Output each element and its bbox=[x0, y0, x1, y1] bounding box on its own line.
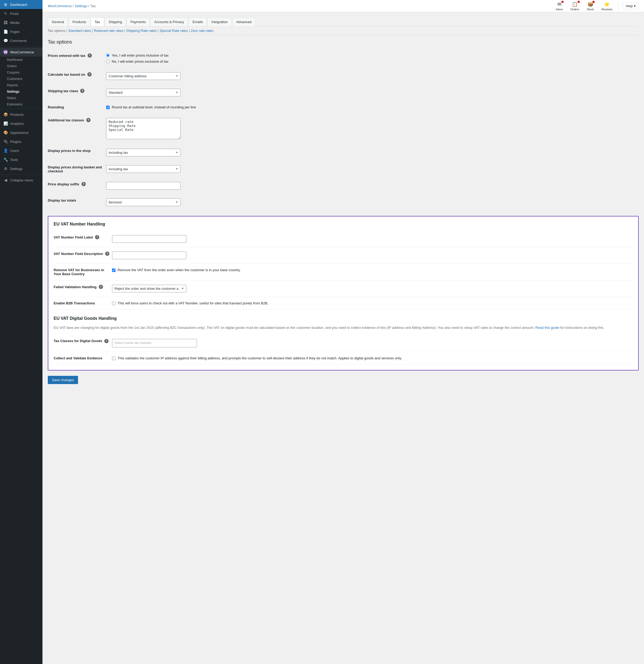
additional-tax-textarea[interactable]: Reduced rate Shipping Rate Special Rate bbox=[106, 118, 180, 139]
sidebar-item-settings[interactable]: ⚙ Settings bbox=[0, 164, 42, 173]
rounding-row: Rounding Round tax at subtotal level, in… bbox=[48, 101, 639, 114]
prices-inclusive-input[interactable] bbox=[106, 54, 110, 57]
display-prices-shop-label: Display prices in the shop bbox=[48, 149, 90, 153]
sidebar-sub-woo-status[interactable]: Status bbox=[0, 95, 42, 101]
tax-classes-digital-row: Tax Classes for Digital Goods ? Select s… bbox=[53, 335, 633, 352]
calculate-tax-label: Calculate tax based on bbox=[48, 72, 85, 77]
sidebar-item-plugins[interactable]: 🔌 Plugins bbox=[0, 137, 42, 146]
sidebar-item-dashboard[interactable]: ⊞ Dashboard bbox=[0, 0, 42, 9]
sidebar-sub-woo-reports[interactable]: Reports bbox=[0, 82, 42, 88]
collapse-icon: ◀ bbox=[3, 178, 8, 183]
read-guide-link[interactable]: Read this guide bbox=[535, 326, 559, 330]
display-tax-totals-select[interactable]: ItemizedAs a single total bbox=[106, 199, 180, 206]
calculate-tax-select[interactable]: Customer billing addressCustomer shippin… bbox=[106, 72, 180, 80]
sidebar-collapse-menu[interactable]: ◀ Collapse menu bbox=[0, 175, 42, 185]
tab-advanced[interactable]: Advanced bbox=[232, 18, 256, 26]
enable-b2b-checkbox-label[interactable]: This will force users to check out with … bbox=[112, 301, 633, 305]
vat-field-description-help[interactable]: ? bbox=[105, 251, 109, 256]
tab-payments[interactable]: Payments bbox=[126, 18, 150, 26]
prices-exclusive-radio[interactable]: No, I will enter prices exclusive of tax bbox=[106, 60, 639, 63]
vat-field-description-text: VAT Number Field Description bbox=[53, 252, 103, 256]
breadcrumb: WooCommerce / Settings / Tax bbox=[48, 4, 96, 8]
shipping-tax-help[interactable]: ? bbox=[80, 89, 84, 93]
collect-validate-row: Collect and Validate Evidence This valid… bbox=[53, 352, 633, 365]
additional-tax-label: Additional tax classes bbox=[48, 118, 84, 122]
divider bbox=[0, 46, 42, 46]
collect-validate-checkbox-label[interactable]: This validates the customer IP address a… bbox=[112, 356, 633, 360]
failed-validation-help[interactable]: ? bbox=[99, 285, 103, 289]
sidebar-item-users[interactable]: 👤 Users bbox=[0, 146, 42, 155]
tab-shipping[interactable]: Shipping bbox=[105, 18, 126, 26]
price-display-suffix-help[interactable]: ? bbox=[82, 182, 86, 186]
remove-vat-checkbox-label[interactable]: Remove the VAT from the order even when … bbox=[112, 268, 633, 272]
tax-classes-digital-select[interactable]: Select some tax classes bbox=[112, 339, 197, 347]
tab-accounts[interactable]: Accounts & Privacy bbox=[150, 18, 188, 26]
vat-field-label-input[interactable]: VAT NUMBER bbox=[112, 235, 186, 243]
breadcrumb-settings[interactable]: Settings bbox=[75, 4, 87, 8]
sidebar-item-products[interactable]: 📦 Products bbox=[0, 110, 42, 119]
display-prices-basket-select[interactable]: Including taxExcluding tax bbox=[106, 165, 180, 173]
save-button[interactable]: Save changes bbox=[48, 376, 78, 384]
help-button[interactable]: Help ▾ bbox=[623, 3, 639, 9]
prices-entered-label: Prices entered with tax bbox=[48, 54, 85, 58]
prices-entered-help[interactable]: ? bbox=[88, 54, 92, 58]
tab-tax[interactable]: Tax bbox=[91, 18, 104, 26]
tab-integration[interactable]: Integration bbox=[207, 18, 232, 26]
dashboard-icon: ⊞ bbox=[3, 2, 8, 7]
shipping-tax-select[interactable]: StandardReduced rateZero rate bbox=[106, 89, 180, 97]
plugins-icon: 🔌 bbox=[3, 139, 8, 144]
shipping-tax-label: Shipping tax class bbox=[48, 89, 78, 93]
stock-button[interactable]: 📦 Stock bbox=[585, 0, 596, 12]
sidebar-sub-woo-coupons[interactable]: Coupons bbox=[0, 69, 42, 76]
subnav-standard-rates[interactable]: Standard rates bbox=[68, 29, 91, 33]
display-prices-basket-row: Display prices during basket and checkou… bbox=[48, 161, 639, 178]
tab-products[interactable]: Products bbox=[68, 18, 90, 26]
subnav-reduced-rates[interactable]: Reduced rate rates bbox=[94, 29, 124, 33]
vat-field-label-help[interactable]: ? bbox=[95, 235, 99, 239]
tax-classes-digital-help[interactable]: ? bbox=[104, 339, 109, 343]
sidebar-item-woocommerce[interactable]: W WooCommerce bbox=[0, 47, 42, 57]
enable-b2b-checkbox[interactable] bbox=[112, 302, 115, 305]
sidebar-item-appearance[interactable]: 🎨 Appearance bbox=[0, 128, 42, 137]
sidebar-item-media[interactable]: 🖼 Media bbox=[0, 18, 42, 27]
content-area: General Products Tax Shipping Payments A… bbox=[42, 12, 644, 389]
rounding-checkbox[interactable] bbox=[106, 106, 110, 109]
subnav-shipping-rates[interactable]: Shipping Rate rates bbox=[126, 29, 157, 33]
digital-goods-title: EU VAT Digital Goods Handling bbox=[53, 316, 633, 321]
stock-notification-dot bbox=[593, 1, 595, 3]
reviews-button[interactable]: ⭐ Reviews bbox=[600, 0, 614, 12]
sidebar-item-posts[interactable]: ✎ Posts bbox=[0, 9, 42, 18]
failed-validation-select[interactable]: Reject the order and show the customer a… bbox=[112, 285, 186, 292]
additional-tax-help[interactable]: ? bbox=[86, 118, 90, 122]
orders-button[interactable]: 📋 Orders bbox=[569, 0, 581, 12]
sidebar-sub-woo-extensions[interactable]: Extensions bbox=[0, 101, 42, 108]
display-prices-shop-select[interactable]: Including taxExcluding tax bbox=[106, 149, 180, 157]
breadcrumb-woocommerce[interactable]: WooCommerce bbox=[48, 4, 72, 8]
remove-vat-checkbox[interactable] bbox=[112, 269, 115, 272]
subnav-prefix: Tax options bbox=[48, 29, 65, 33]
vat-field-description-input[interactable]: Enter your VAT number bbox=[112, 251, 186, 259]
inbox-button[interactable]: ✉ Inbox bbox=[554, 0, 565, 12]
price-display-suffix-input[interactable]: N/A bbox=[106, 182, 180, 190]
sidebar-item-comments[interactable]: 💬 Comments bbox=[0, 36, 42, 45]
prices-exclusive-input[interactable] bbox=[106, 60, 110, 63]
tab-general[interactable]: General bbox=[48, 18, 68, 26]
analytics-icon: 📊 bbox=[3, 121, 8, 126]
sidebar-sub-woo-settings[interactable]: Settings bbox=[0, 88, 42, 95]
sidebar-sub-woo-customers[interactable]: Customers bbox=[0, 76, 42, 82]
sidebar-sub-woo-orders[interactable]: Orders bbox=[0, 63, 42, 69]
sub-navigation: Tax options | Standard rates | Reduced r… bbox=[48, 26, 639, 35]
sidebar-item-tools[interactable]: 🔧 Tools bbox=[0, 155, 42, 164]
sidebar-item-pages[interactable]: 📄 Pages bbox=[0, 27, 42, 36]
sidebar-item-analytics[interactable]: 📊 Analytics bbox=[0, 119, 42, 128]
subnav-special-rates[interactable]: Special Rate rates bbox=[159, 29, 188, 33]
calculate-tax-help[interactable]: ? bbox=[87, 72, 91, 77]
collect-validate-checkbox[interactable] bbox=[112, 357, 115, 360]
page-title: Tax options bbox=[48, 39, 639, 45]
inbox-icon: ✉ bbox=[557, 1, 561, 7]
sidebar-sub-woo-dashboard[interactable]: Dashboard bbox=[0, 57, 42, 63]
tab-emails[interactable]: Emails bbox=[189, 18, 207, 26]
rounding-checkbox-label[interactable]: Round tax at subtotal level, instead of … bbox=[106, 105, 639, 109]
prices-inclusive-radio[interactable]: Yes, I will enter prices inclusive of ta… bbox=[106, 54, 639, 57]
subnav-zero-rates[interactable]: Zero rate rates bbox=[191, 29, 213, 33]
